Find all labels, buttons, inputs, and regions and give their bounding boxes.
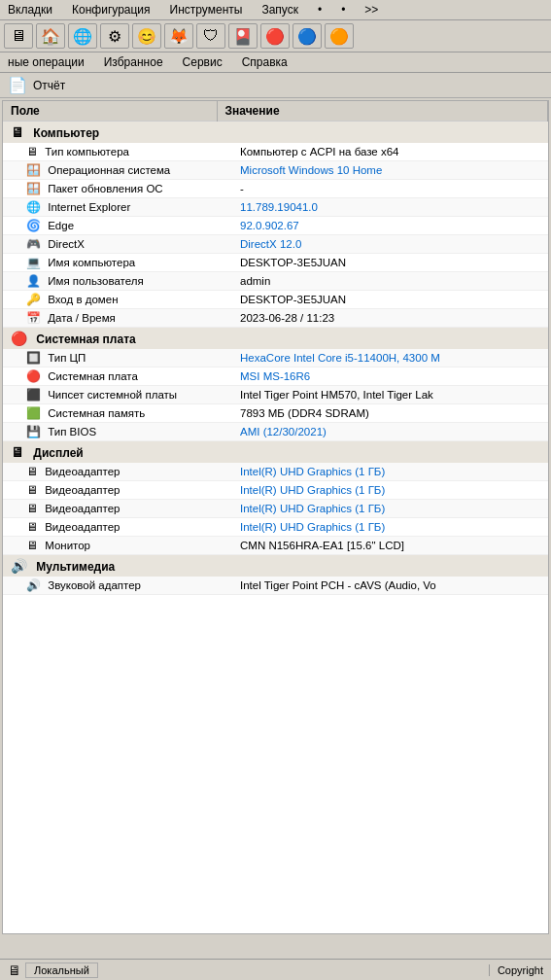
field-label: Имя пользователя [48,275,143,287]
field-icon: 🌐 [26,200,41,214]
section-name-3: Мультимедиа [36,560,115,574]
toolbar-btn-11[interactable]: 🟠 [325,23,354,49]
field-icon: 🔑 [26,293,41,306]
table-row: 💾 Тип BIOS AMI (12/30/2021) [3,423,548,441]
field-label: Internet Explorer [48,201,130,213]
menu-tools[interactable]: Инструменты [166,2,247,18]
table-row: 🪟 Пакет обновления ОС - [3,180,548,198]
menu-operations[interactable]: ные операции [4,54,88,70]
report-header: 📄 Отчёт [0,73,551,98]
menu-favorites[interactable]: Избранное [100,54,167,70]
toolbar-btn-5[interactable]: 😊 [132,23,161,49]
menu-launch[interactable]: Запуск [258,2,302,18]
field-label: Тип ЦП [48,352,86,364]
section-name-0: Компьютер [33,126,99,140]
table-row: 🔑 Вход в домен DESKTOP-3E5JUAN [3,291,548,309]
value-text: AMI (12/30/2021) [240,426,327,438]
menu-help[interactable]: Справка [238,54,292,70]
toolbar-btn-10[interactable]: 🔵 [293,23,322,49]
field-label: Монитор [45,540,90,551]
value-text: Intel Tiger Point PCH - cAVS (Audio, Vo [240,579,436,591]
toolbar-btn-9[interactable]: 🔴 [260,23,290,49]
field-icon: 🎮 [26,237,41,251]
menu-dot1[interactable]: • [314,2,326,18]
value-text: DESKTOP-3E5JUAN [240,294,346,305]
value-text: Microsoft Windows 10 Home [240,164,382,176]
section-icon-3: 🔊 [11,558,27,574]
toolbar-btn-6[interactable]: 🦊 [164,23,193,49]
section-icon-2: 🖥 [11,444,24,460]
table-row: ⬛ Чипсет системной платы Intel Tiger Poi… [3,386,548,404]
field-label: Вход в домен [48,294,118,305]
menu-service[interactable]: Сервис [179,54,226,70]
field-label: Видеоадаптер [45,466,120,477]
table-row: 🪟 Операционная система Microsoft Windows… [3,161,548,180]
field-icon: 🖥 [26,539,38,552]
value-text: Компьютер с ACPI на базе x64 [240,146,399,158]
section-icon-0: 🖥 [11,124,24,140]
field-icon: 🖥 [26,465,38,478]
table-row: 💻 Имя компьютера DESKTOP-3E5JUAN [3,254,548,272]
field-label: Имя компьютера [48,257,135,268]
section-row-0: 🖥 Компьютер [3,122,548,144]
menu-more[interactable]: >> [361,2,382,18]
menu-dot2[interactable]: • [337,2,349,18]
value-text: Intel(R) UHD Graphics (1 ГБ) [240,521,385,533]
field-label: Тип компьютера [45,146,129,158]
table-row: 🌐 Internet Explorer 11.789.19041.0 [3,198,548,217]
table-header-row: Поле Значение [3,101,548,122]
field-icon: ⬛ [26,388,41,402]
toolbar-btn-1[interactable]: 🖥 [4,23,33,49]
value-text: admin [240,275,270,287]
toolbar-btn-8[interactable]: 🎴 [228,23,258,49]
value-text: CMN N156HRA-EA1 [15.6" LCD] [240,540,404,551]
field-icon: 🔊 [26,578,41,592]
field-label: Edge [48,220,74,231]
section-name-1: Системная плата [36,332,135,346]
column-value: Значение [217,101,548,122]
field-label: Чипсет системной платы [48,389,177,401]
value-text: MSI MS-16R6 [240,370,310,382]
menu-tabs[interactable]: Вкладки [4,2,56,18]
status-local: Локальный [25,962,98,978]
table-row: 🌀 Edge 92.0.902.67 [3,217,548,235]
field-label: Системная память [48,407,145,419]
secondary-menu: ные операции Избранное Сервис Справка [0,52,551,73]
table-row: 🔲 Тип ЦП HexaCore Intel Core i5-11400H, … [3,349,548,368]
toolbar-btn-4[interactable]: ⚙ [100,23,129,49]
status-bar: 🖥 Локальный Copyright [0,959,551,980]
field-label: Операционная система [48,164,170,176]
main-content: Поле Значение 🖥 Компьютер 🖥 Тип компьюте… [2,100,549,934]
toolbar-btn-2[interactable]: 🏠 [36,23,65,49]
table-row: 🎮 DirectX DirectX 12.0 [3,235,548,254]
field-icon: 💾 [26,425,41,438]
value-text: Intel(R) UHD Graphics (1 ГБ) [240,466,385,477]
table-row: 🖥 Видеоадаптер Intel(R) UHD Graphics (1 … [3,463,548,481]
table-row: 🖥 Видеоадаптер Intel(R) UHD Graphics (1 … [3,500,548,518]
section-icon-1: 🔴 [11,331,27,346]
field-label: Дата / Время [48,312,116,324]
table-row: 👤 Имя пользователя admin [3,272,548,291]
field-icon: 🔲 [26,351,41,365]
info-table: Поле Значение 🖥 Компьютер 🖥 Тип компьюте… [3,101,548,595]
field-label: Видеоадаптер [45,503,120,514]
value-text: 2023-06-28 / 11:23 [240,312,334,324]
value-text: Intel(R) UHD Graphics (1 ГБ) [240,484,385,496]
field-label: Тип BIOS [48,426,96,438]
toolbar-btn-7[interactable]: 🛡 [196,23,225,49]
field-icon: 👤 [26,274,41,288]
table-row: 🖥 Монитор CMN N156HRA-EA1 [15.6" LCD] [3,537,548,555]
field-icon: 🟩 [26,406,41,420]
table-row: 🖥 Видеоадаптер Intel(R) UHD Graphics (1 … [3,481,548,500]
value-text: 7893 МБ (DDR4 SDRAM) [240,407,369,419]
value-text: - [240,183,244,194]
status-left: 🖥 Локальный [0,962,489,978]
section-row-1: 🔴 Системная плата [3,328,548,350]
menu-config[interactable]: Конфигурация [68,2,155,18]
section-row-3: 🔊 Мультимедиа [3,555,548,578]
table-row: 🔴 Системная плата MSI MS-16R6 [3,368,548,386]
toolbar-btn-3[interactable]: 🌐 [68,23,97,49]
field-icon: 🪟 [26,163,41,177]
table-row: 🔊 Звуковой адаптер Intel Tiger Point PCH… [3,577,548,595]
field-icon: 🖥 [26,502,38,515]
